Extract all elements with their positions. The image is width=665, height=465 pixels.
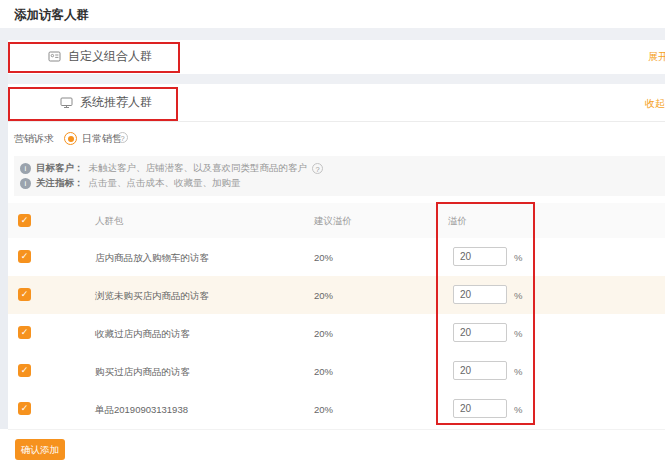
suggested-premium-value: 20% [314,290,333,301]
section-header-custom-audience[interactable]: 自定义组合人群 [48,48,152,64]
suggested-premium-value: 20% [314,328,333,339]
row-checkbox[interactable]: ✓ [18,364,31,377]
audience-name: 购买过店内商品的访客 [95,366,190,379]
add-visitor-audience-page: 添加访客人群 自定义组合人群 展开 系统推荐人群 收起 营销诉求 日常销售 ? … [0,0,665,465]
section-title-system: 系统推荐人群 [80,94,152,111]
premium-input[interactable] [453,247,507,266]
percent-unit: % [514,328,522,339]
note-text: 未触达客户、店铺潜客、以及喜欢同类型商品的客户 [89,162,308,175]
target-customer-note: i 目标客户： 未触达客户、店铺潜客、以及喜欢同类型商品的客户 ? [20,162,323,175]
percent-unit: % [514,366,522,377]
custom-audience-card-icon [48,50,61,63]
table-row: ✓ 购买过店内商品的访客 20% % [8,352,665,391]
column-header-suggested-premium: 建议溢价 [314,215,352,228]
audience-info-box: i 目标客户： 未触达客户、店铺潜客、以及喜欢同类型商品的客户 ? i 关注指标… [14,156,665,196]
background-band [0,28,665,40]
note-text: 点击量、点击成本、收藏量、加购量 [89,177,241,190]
suggested-premium-value: 20% [314,404,333,415]
table-row: ✓ 收藏过店内商品的访客 20% % [8,314,665,353]
percent-unit: % [514,404,522,415]
table-row: ✓ 单品20190903131938 20% % [8,390,665,430]
row-checkbox[interactable]: ✓ [18,250,31,263]
page-left-gutter [0,40,8,429]
info-icon: i [20,163,31,174]
row-checkbox[interactable]: ✓ [18,288,31,301]
note-prefix: 目标客户： [36,162,84,175]
select-all-checkbox[interactable]: ✓ [18,214,31,227]
collapse-link[interactable]: 收起 [645,97,665,111]
confirm-add-button[interactable]: 确认添加 [15,439,65,460]
audience-name: 店内商品放入购物车的访客 [95,252,209,265]
audience-name: 单品20190903131938 [95,404,188,417]
table-row: ✓ 店内商品放入购物车的访客 20% % [8,238,665,277]
premium-input[interactable] [453,285,507,304]
background-band [0,74,665,84]
page-title: 添加访客人群 [14,7,89,24]
premium-input[interactable] [453,399,507,418]
help-icon[interactable]: ? [312,163,323,174]
column-header-audience: 人群包 [95,215,124,228]
table-row: ✓ 浏览未购买店内商品的访客 20% % [8,276,665,315]
row-checkbox[interactable]: ✓ [18,402,31,415]
audience-table-header: ✓ 人群包 建议溢价 溢价 [8,203,665,239]
suggested-premium-value: 20% [314,252,333,263]
section-header-system-audience[interactable]: 系统推荐人群 [60,94,152,110]
focus-metrics-note: i 关注指标： 点击量、点击成本、收藏量、加购量 [20,177,241,190]
help-icon[interactable]: ? [117,132,128,143]
expand-link[interactable]: 展开 [648,50,665,64]
marketing-demand-label: 营销诉求 [14,132,54,146]
radio-dot [68,136,74,142]
monitor-icon [60,96,73,109]
percent-unit: % [514,290,522,301]
premium-input[interactable] [453,323,507,342]
suggested-premium-value: 20% [314,366,333,377]
radio-daily-sales[interactable] [64,132,77,145]
note-prefix: 关注指标： [36,177,84,190]
audience-name: 收藏过店内商品的访客 [95,328,190,341]
section-divider [8,121,665,122]
row-checkbox[interactable]: ✓ [18,326,31,339]
audience-name: 浏览未购买店内商品的访客 [95,290,209,303]
radio-daily-sales-label[interactable]: 日常销售 [82,132,122,146]
premium-input[interactable] [453,361,507,380]
section-title-custom: 自定义组合人群 [68,48,152,65]
info-icon: i [20,178,31,189]
column-header-premium: 溢价 [448,215,467,228]
percent-unit: % [514,252,522,263]
